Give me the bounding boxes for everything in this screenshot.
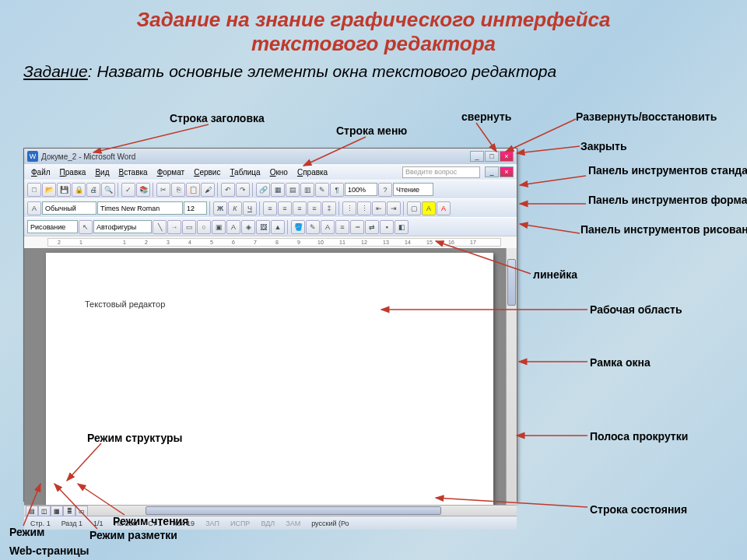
- drawing-toolbar[interactable]: Рисование ↖ Автофигуры ╲ → ▭ ○ ▣ A ◈ 🖼 ▲…: [24, 217, 517, 236]
- size-dropdown[interactable]: 12: [184, 201, 207, 215]
- shadow-icon[interactable]: ▪: [380, 220, 394, 234]
- formatting-toolbar[interactable]: A Обычный Times New Roman 12 Ж К Ч ≡ ≡ ≡…: [24, 198, 517, 217]
- svg-line-3: [506, 119, 576, 152]
- rect-icon[interactable]: ▭: [182, 220, 196, 234]
- style-dropdown[interactable]: Обычный: [42, 201, 96, 215]
- status-ovr: ЗАМ: [282, 520, 303, 527]
- menu-Таблица[interactable]: Таблица: [226, 166, 264, 178]
- perm-icon[interactable]: 🔒: [72, 183, 86, 197]
- select-icon[interactable]: ↖: [79, 220, 93, 234]
- excel-icon[interactable]: ▤: [286, 183, 300, 197]
- copy-icon[interactable]: ⎘: [171, 183, 185, 197]
- numlist-icon[interactable]: ⋮: [342, 201, 356, 215]
- cols-icon[interactable]: ▥: [300, 183, 314, 197]
- format-icon[interactable]: 🖌: [201, 183, 215, 197]
- font-dropdown[interactable]: Times New Roman: [97, 201, 183, 215]
- italic-icon[interactable]: К: [228, 201, 242, 215]
- zoom-dropdown[interactable]: 100%: [345, 183, 377, 196]
- label-draw-toolbar: Панель инструментов рисование: [580, 224, 747, 236]
- diagram-icon[interactable]: ◈: [241, 220, 255, 234]
- standard-toolbar[interactable]: □ 📂 💾 🔒 🖨 🔍 ✓ 📚 ✂ ⎘ 📋 🖌 ↶ ↷ 🔗 ▦ ▤ ▥ ✎ ¶ …: [24, 180, 517, 198]
- wordart-icon[interactable]: A: [226, 220, 240, 234]
- status-rec: ЗАП: [202, 520, 223, 527]
- minimize-button[interactable]: _: [470, 151, 484, 162]
- maximize-button[interactable]: □: [485, 151, 499, 162]
- preview-icon[interactable]: 🔍: [101, 183, 115, 197]
- align-right-icon[interactable]: ≡: [293, 201, 307, 215]
- highlight-icon[interactable]: A: [422, 201, 436, 215]
- menubar[interactable]: ФайлПравкаВидВставкаФорматСервисТаблицаО…: [24, 164, 517, 180]
- new-icon[interactable]: □: [27, 183, 41, 197]
- linestyle-icon[interactable]: ≡: [335, 220, 349, 234]
- doc-close-button[interactable]: ×: [500, 166, 514, 177]
- read-button[interactable]: Чтение: [393, 183, 433, 196]
- fontcolor2-icon[interactable]: A: [321, 220, 335, 234]
- linecolor-icon[interactable]: ✎: [306, 220, 320, 234]
- cut-icon[interactable]: ✂: [156, 183, 170, 197]
- draw-icon[interactable]: ✎: [315, 183, 329, 197]
- horizontal-scrollbar[interactable]: [146, 506, 506, 516]
- line-icon[interactable]: ╲: [153, 220, 167, 234]
- menu-Вставка[interactable]: Вставка: [114, 166, 151, 178]
- border-icon[interactable]: ▢: [407, 201, 421, 215]
- print-view-button[interactable]: ▦: [51, 506, 63, 516]
- menu-Окно[interactable]: Окно: [266, 166, 292, 178]
- vertical-scrollbar[interactable]: [506, 248, 517, 505]
- dashstyle-icon[interactable]: ┅: [350, 220, 364, 234]
- label-close: Закрыть: [580, 140, 627, 152]
- outline-view-button[interactable]: ≣: [63, 506, 75, 516]
- align-center-icon[interactable]: ≡: [278, 201, 292, 215]
- paste-icon[interactable]: 📋: [186, 183, 200, 197]
- indent-icon[interactable]: ⇥: [387, 201, 401, 215]
- autoshapes-dropdown[interactable]: Автофигуры: [93, 220, 152, 233]
- normal-view-button[interactable]: ▤: [26, 506, 38, 516]
- textbox-icon[interactable]: ▣: [212, 220, 226, 234]
- table-icon[interactable]: ▦: [271, 183, 285, 197]
- research-icon[interactable]: 📚: [136, 183, 150, 197]
- question-box[interactable]: Введите вопрос: [402, 166, 480, 178]
- ruler[interactable]: 211234567891011121314151617: [24, 236, 517, 248]
- menu-Формат[interactable]: Формат: [153, 166, 189, 178]
- titlebar[interactable]: W Докуме_2 - Microsoft Word _ □ ×: [24, 149, 517, 164]
- justify-icon[interactable]: ≡: [307, 201, 321, 215]
- link-icon[interactable]: 🔗: [256, 183, 270, 197]
- reading-view-button[interactable]: ▭: [75, 506, 88, 516]
- menu-Правка[interactable]: Правка: [56, 166, 90, 178]
- threed-icon[interactable]: ◧: [395, 220, 409, 234]
- print-icon[interactable]: 🖨: [86, 183, 100, 197]
- arrowstyle-icon[interactable]: ⇄: [365, 220, 379, 234]
- bold-icon[interactable]: Ж: [213, 201, 227, 215]
- web-view-button[interactable]: ◫: [38, 506, 51, 516]
- oval-icon[interactable]: ○: [197, 220, 211, 234]
- redo-icon[interactable]: ↷: [236, 183, 250, 197]
- help-icon[interactable]: ?: [378, 183, 392, 197]
- picture-icon[interactable]: ▲: [271, 220, 285, 234]
- fontcolor-icon[interactable]: A: [437, 201, 451, 215]
- clipart-icon[interactable]: 🖼: [256, 220, 270, 234]
- underline-icon[interactable]: Ч: [243, 201, 257, 215]
- save-icon[interactable]: 💾: [57, 183, 71, 197]
- bullist-icon[interactable]: ⋮: [357, 201, 371, 215]
- open-icon[interactable]: 📂: [42, 183, 56, 197]
- spacing-icon[interactable]: ‡: [322, 201, 336, 215]
- label-fmt-toolbar: Панель инструментов форматирования: [588, 194, 747, 206]
- menu-Справка[interactable]: Справка: [293, 166, 331, 178]
- doc-min-button[interactable]: _: [485, 166, 499, 177]
- outdent-icon[interactable]: ⇤: [372, 201, 386, 215]
- document-area[interactable]: Текстовый редактор: [24, 248, 517, 505]
- drawing-menu[interactable]: Рисование: [27, 220, 78, 233]
- styles-icon[interactable]: A: [27, 201, 41, 215]
- window-title: Докуме_2 - Microsoft Word: [41, 152, 135, 161]
- menu-Вид[interactable]: Вид: [91, 166, 113, 178]
- label-menu-row: Строка меню: [336, 124, 407, 137]
- undo-icon[interactable]: ↶: [221, 183, 235, 197]
- page[interactable]: Текстовый редактор: [46, 253, 493, 505]
- close-button[interactable]: ×: [500, 151, 514, 162]
- menu-Сервис[interactable]: Сервис: [190, 166, 224, 178]
- arrow-icon[interactable]: →: [167, 220, 181, 234]
- menu-Файл[interactable]: Файл: [27, 166, 54, 178]
- fillcolor-icon[interactable]: 🪣: [291, 220, 305, 234]
- align-left-icon[interactable]: ≡: [263, 201, 277, 215]
- spell-icon[interactable]: ✓: [121, 183, 135, 197]
- map-icon[interactable]: ¶: [330, 183, 344, 197]
